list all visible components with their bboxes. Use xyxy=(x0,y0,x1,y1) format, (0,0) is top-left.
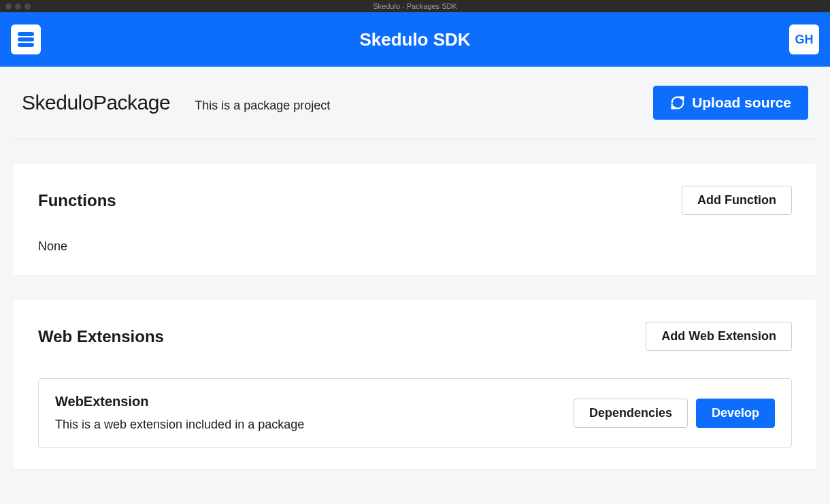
extension-item: WebExtension This is a web extension inc… xyxy=(38,378,792,448)
functions-empty-state: None xyxy=(38,239,792,254)
traffic-lights xyxy=(5,3,31,10)
functions-card: Functions Add Function None xyxy=(14,164,816,275)
develop-label: Develop xyxy=(712,406,759,420)
minimize-window-button[interactable] xyxy=(15,3,21,10)
close-window-button[interactable] xyxy=(5,3,12,10)
develop-button[interactable]: Develop xyxy=(696,399,775,428)
svg-rect-0 xyxy=(18,32,34,36)
skedulo-logo-icon xyxy=(16,29,36,50)
svg-rect-2 xyxy=(18,43,34,47)
dependencies-label: Dependencies xyxy=(589,406,672,420)
content-area: SkeduloPackage This is a package project… xyxy=(0,67,830,504)
window-title: Skedulo - Packages SDK xyxy=(373,2,457,10)
package-description: This is a package project xyxy=(195,99,330,113)
add-function-button[interactable]: Add Function xyxy=(682,186,792,215)
sync-icon xyxy=(670,95,685,110)
dependencies-button[interactable]: Dependencies xyxy=(574,399,688,428)
add-web-extension-label: Add Web Extension xyxy=(661,329,776,343)
extension-actions: Dependencies Develop xyxy=(574,399,775,428)
web-extensions-title: Web Extensions xyxy=(38,327,164,346)
svg-rect-1 xyxy=(18,37,34,41)
maximize-window-button[interactable] xyxy=(24,3,31,10)
web-extensions-card-header: Web Extensions Add Web Extension xyxy=(38,322,792,351)
package-name: SkeduloPackage xyxy=(22,91,170,114)
user-avatar[interactable]: GH xyxy=(789,24,819,54)
extension-description: This is a web extension included in a pa… xyxy=(55,418,304,432)
web-extensions-card: Web Extensions Add Web Extension WebExte… xyxy=(14,300,816,469)
functions-title: Functions xyxy=(38,191,116,210)
upload-source-button[interactable]: Upload source xyxy=(653,86,808,120)
extension-name: WebExtension xyxy=(55,394,304,409)
functions-card-header: Functions Add Function xyxy=(38,186,792,215)
package-header-info: SkeduloPackage This is a package project xyxy=(22,91,330,114)
app-title: Skedulo SDK xyxy=(359,29,470,50)
add-function-label: Add Function xyxy=(697,193,776,207)
app-header: Skedulo SDK GH xyxy=(0,12,830,67)
add-web-extension-button[interactable]: Add Web Extension xyxy=(646,322,792,351)
upload-source-label: Upload source xyxy=(692,95,791,111)
extension-info: WebExtension This is a web extension inc… xyxy=(55,394,304,432)
package-header: SkeduloPackage This is a package project… xyxy=(14,67,816,139)
app-logo[interactable] xyxy=(11,24,41,54)
window-titlebar: Skedulo - Packages SDK xyxy=(0,0,830,12)
